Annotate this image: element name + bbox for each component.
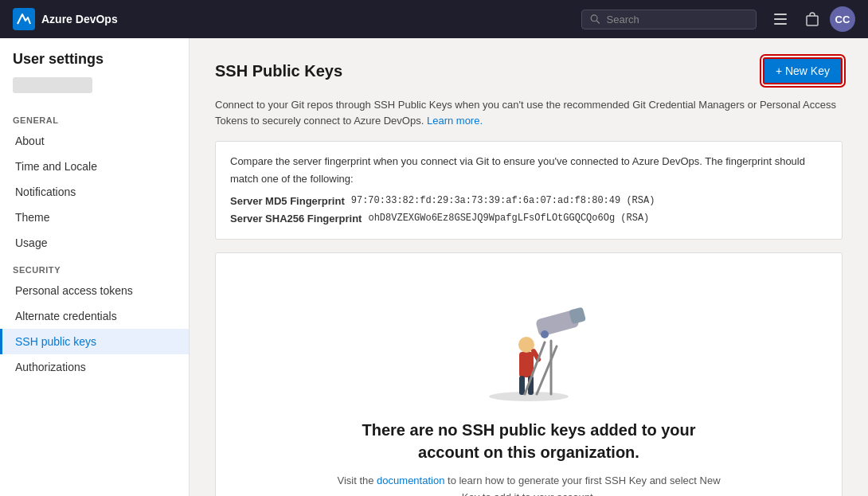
search-input[interactable] [607, 14, 748, 25]
svg-rect-6 [807, 16, 818, 25]
search-icon [590, 14, 600, 25]
svg-rect-9 [519, 376, 525, 395]
telescope-illustration [465, 279, 592, 406]
md5-value: 97:70:33:82:fd:29:3a:73:39:af:6a:07:ad:f… [351, 193, 655, 210]
learn-more-link[interactable]: Learn more. [427, 115, 483, 127]
svg-point-1 [591, 15, 597, 21]
sidebar-item-time-locale[interactable]: Time and Locale [0, 154, 189, 179]
md5-fingerprint-row: Server MD5 Fingerprint 97:70:33:82:fd:29… [230, 193, 827, 210]
sidebar-user-placeholder [13, 77, 92, 93]
menu-icon [774, 14, 787, 25]
sidebar-item-usage[interactable]: Usage [0, 230, 189, 256]
svg-rect-4 [774, 18, 787, 20]
sha256-fingerprint-row: Server SHA256 Fingerprint ohD8VZEXGWo6Ez… [230, 210, 827, 228]
sidebar-item-theme[interactable]: Theme [0, 205, 189, 230]
topnav-icons: CC [766, 5, 855, 33]
md5-label: Server MD5 Fingerprint [230, 193, 345, 210]
sidebar-item-personal-access-tokens[interactable]: Personal access tokens [0, 278, 189, 303]
sidebar-item-notifications[interactable]: Notifications [0, 179, 189, 205]
svg-rect-3 [774, 14, 787, 15]
main-content: SSH Public Keys + New Key Connect to you… [190, 38, 868, 496]
page-title: SSH Public Keys [215, 62, 342, 80]
top-navigation: Azure DevOps CC [0, 0, 868, 38]
basket-icon [805, 12, 819, 26]
svg-rect-5 [774, 23, 787, 25]
documentation-link[interactable]: documentation [377, 475, 444, 486]
svg-point-18 [541, 330, 549, 338]
sidebar-item-authorizations[interactable]: Authorizations [0, 354, 189, 380]
sidebar-section-security: Security [0, 256, 189, 278]
search-box[interactable] [581, 10, 757, 29]
sidebar-item-ssh-public-keys[interactable]: SSH public keys [0, 329, 189, 354]
fingerprint-intro: Compare the server fingerprint when you … [230, 153, 827, 188]
empty-state-description: Visit the documentation to learn how to … [330, 473, 728, 496]
sidebar: User settings General About Time and Loc… [0, 38, 190, 496]
avatar-initials: CC [835, 14, 850, 25]
svg-line-2 [596, 21, 600, 24]
sidebar-title: User settings [0, 51, 189, 74]
brand-logo[interactable]: Azure DevOps [13, 8, 118, 30]
azure-devops-logo-icon [13, 8, 35, 30]
empty-state-title: There are no SSH public keys added to yo… [354, 419, 704, 463]
sidebar-section-general: General [0, 106, 189, 128]
menu-icon-btn[interactable] [766, 5, 795, 33]
basket-icon-btn[interactable] [798, 5, 827, 33]
main-layout: User settings General About Time and Loc… [0, 38, 868, 496]
avatar-button[interactable]: CC [830, 6, 855, 32]
new-key-button[interactable]: + New Key [763, 57, 843, 84]
brand-name: Azure DevOps [41, 13, 118, 25]
fingerprint-box: Compare the server fingerprint when you … [215, 141, 843, 240]
page-header: SSH Public Keys + New Key [215, 57, 843, 84]
page-description: Connect to your Git repos through SSH Pu… [215, 97, 843, 128]
sidebar-item-alternate-credentials[interactable]: Alternate credentials [0, 303, 189, 329]
sha256-value: ohD8VZEXGWo6Ez8GSEJQ9WpafgLFsOfLOtGGQCQo… [368, 210, 649, 228]
svg-rect-8 [519, 352, 534, 377]
empty-state: There are no SSH public keys added to yo… [215, 252, 843, 496]
sidebar-item-about[interactable]: About [0, 128, 189, 154]
sha256-label: Server SHA256 Fingerprint [230, 210, 362, 228]
